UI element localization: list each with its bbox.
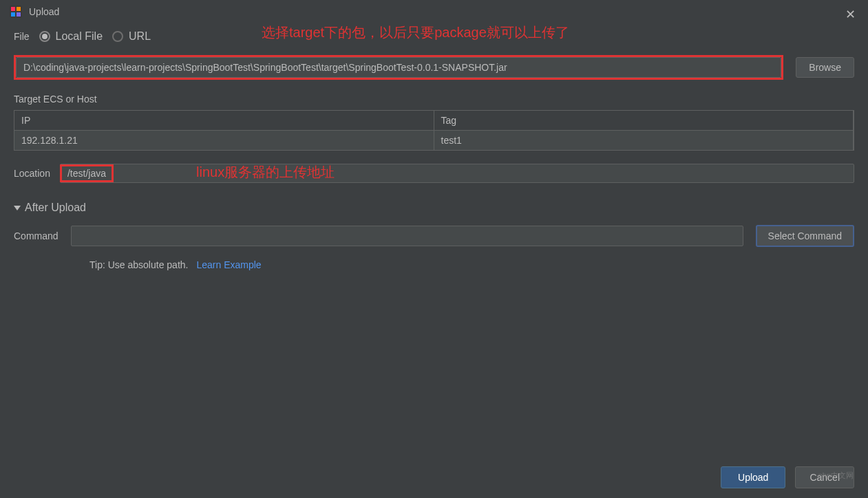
table-header: IP Tag bbox=[14, 111, 854, 131]
target-ecs-label: Target ECS or Host bbox=[14, 94, 854, 105]
radio-url-label: URL bbox=[129, 30, 151, 43]
annotation-select-target: 选择target下的包，以后只要package就可以上传了 bbox=[262, 23, 569, 42]
tip-text: Tip: Use absolute path. bbox=[89, 259, 188, 270]
watermark-text: php中文网 bbox=[818, 470, 854, 481]
window-title: Upload bbox=[29, 6, 59, 17]
radio-url[interactable]: URL bbox=[112, 30, 151, 43]
svg-rect-2 bbox=[17, 7, 21, 11]
tip-row: Tip: Use absolute path. Learn Example bbox=[14, 259, 854, 270]
table-row[interactable]: 192.128.1.21 test1 bbox=[14, 131, 854, 150]
select-command-button[interactable]: Select Command bbox=[756, 225, 854, 247]
command-row: Command Select Command bbox=[14, 225, 854, 247]
radio-local-label: Local File bbox=[56, 30, 103, 43]
radio-icon[interactable] bbox=[39, 31, 50, 42]
titlebar: Upload ✕ bbox=[0, 0, 868, 23]
browse-button[interactable]: Browse bbox=[796, 57, 854, 78]
svg-rect-3 bbox=[11, 12, 15, 17]
location-input[interactable] bbox=[60, 164, 854, 183]
file-path-highlight bbox=[14, 55, 783, 80]
th-ip: IP bbox=[14, 111, 434, 130]
file-source-row: File Local File URL 选择target下的包，以后只要pack… bbox=[14, 30, 854, 43]
svg-rect-1 bbox=[11, 7, 15, 11]
location-row: Location /test/java linux服务器的上传地址 bbox=[14, 164, 854, 182]
th-tag: Tag bbox=[434, 111, 854, 130]
learn-example-link[interactable]: Learn Example bbox=[196, 259, 261, 270]
radio-local-file[interactable]: Local File bbox=[39, 30, 103, 43]
dialog-footer: Upload Cancel php中文网 bbox=[721, 466, 854, 488]
command-input[interactable] bbox=[71, 226, 743, 246]
after-upload-label: After Upload bbox=[25, 202, 86, 214]
location-value-highlight: /test/java bbox=[60, 164, 114, 182]
upload-button[interactable]: Upload bbox=[721, 466, 785, 488]
annotation-linux-upload: linux服务器的上传地址 bbox=[196, 163, 335, 182]
cancel-button[interactable]: Cancel php中文网 bbox=[795, 466, 854, 488]
td-tag: test1 bbox=[434, 131, 854, 150]
file-label: File bbox=[14, 31, 30, 42]
radio-icon[interactable] bbox=[112, 31, 123, 42]
td-ip: 192.128.1.21 bbox=[14, 131, 434, 150]
close-icon[interactable]: ✕ bbox=[845, 7, 856, 22]
svg-rect-4 bbox=[17, 12, 21, 17]
command-label: Command bbox=[14, 230, 59, 241]
chevron-down-icon bbox=[14, 206, 21, 210]
file-path-row: Browse bbox=[14, 55, 854, 80]
app-icon bbox=[10, 6, 22, 18]
target-table: IP Tag 192.128.1.21 test1 bbox=[14, 110, 854, 151]
file-path-input[interactable] bbox=[16, 57, 781, 78]
location-label: Location bbox=[14, 168, 50, 179]
after-upload-toggle[interactable]: After Upload bbox=[14, 202, 854, 214]
